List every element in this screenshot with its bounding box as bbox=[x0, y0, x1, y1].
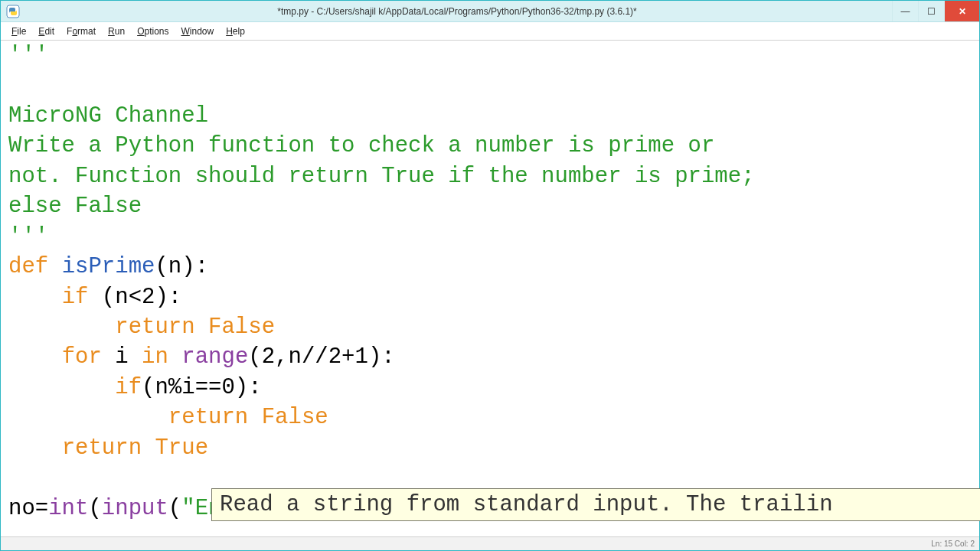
maximize-button[interactable]: ☐ bbox=[918, 1, 944, 21]
const-false: False bbox=[262, 405, 328, 430]
const-false: False bbox=[208, 315, 275, 340]
status-bar: Ln: 15 Col: 2 bbox=[1, 536, 979, 550]
keyword-return: return bbox=[115, 315, 194, 340]
menu-help[interactable]: Help bbox=[220, 24, 251, 38]
keyword-in: in bbox=[142, 344, 168, 370]
builtin-range: range bbox=[181, 344, 248, 370]
keyword-return: return bbox=[62, 435, 142, 461]
menu-run[interactable]: Run bbox=[102, 24, 131, 38]
calltip-tooltip: Read a string from standard input. The t… bbox=[211, 488, 980, 521]
cursor-position: Ln: 15 Col: 2 bbox=[931, 540, 975, 548]
editor-area[interactable]: ''' MicroNG Channel Write a Python funct… bbox=[1, 41, 979, 536]
var-assign: no= bbox=[8, 496, 48, 521]
range-args: (2,n//2+1): bbox=[248, 344, 394, 370]
func-name: isPrime bbox=[62, 254, 155, 279]
menu-format[interactable]: Format bbox=[60, 24, 102, 38]
close-button[interactable]: ✕ bbox=[944, 1, 979, 21]
keyword-for: for bbox=[62, 344, 102, 370]
docstring-open: ''' bbox=[8, 43, 48, 68]
comment-line: Write a Python function to check a numbe… bbox=[8, 133, 714, 158]
python-idle-icon bbox=[4, 2, 22, 21]
keyword-return: return bbox=[168, 405, 248, 430]
menu-edit[interactable]: Edit bbox=[32, 24, 60, 38]
menu-window[interactable]: Window bbox=[175, 24, 220, 38]
menu-file[interactable]: File bbox=[5, 24, 32, 38]
cond2: (n%i==0): bbox=[142, 375, 262, 400]
iter-var: i bbox=[102, 344, 142, 370]
window-title: *tmp.py - C:/Users/shajil k/AppData/Loca… bbox=[22, 6, 892, 17]
menu-options[interactable]: Options bbox=[131, 24, 175, 38]
minimize-button[interactable]: — bbox=[892, 1, 918, 21]
comment-line: else False bbox=[8, 194, 142, 219]
builtin-input: input bbox=[102, 496, 168, 521]
keyword-if: if bbox=[62, 285, 89, 310]
builtin-int: int bbox=[48, 496, 88, 521]
const-true: True bbox=[155, 435, 208, 461]
paren: (n): bbox=[155, 254, 208, 279]
window-controls: — ☐ ✕ bbox=[892, 1, 979, 21]
titlebar[interactable]: *tmp.py - C:/Users/shajil k/AppData/Loca… bbox=[1, 1, 979, 22]
paren: ( bbox=[168, 496, 181, 521]
keyword-if: if bbox=[115, 375, 142, 400]
comment-line: MicroNG Channel bbox=[8, 103, 208, 129]
docstring-close: ''' bbox=[8, 224, 48, 249]
menubar: File Edit Format Run Options Window Help bbox=[1, 22, 979, 41]
paren: ( bbox=[88, 496, 101, 521]
cond: (n<2): bbox=[88, 285, 181, 310]
keyword-def: def bbox=[8, 254, 48, 279]
idle-window: *tmp.py - C:/Users/shajil k/AppData/Loca… bbox=[0, 0, 980, 551]
comment-line: not. Function should return True if the … bbox=[8, 164, 755, 189]
source-code[interactable]: ''' MicroNG Channel Write a Python funct… bbox=[8, 41, 979, 523]
